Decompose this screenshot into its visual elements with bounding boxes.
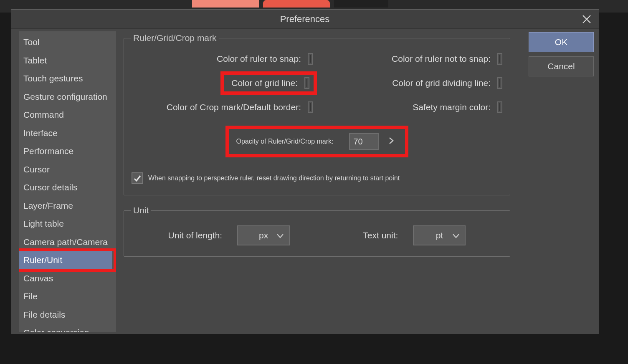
perspective-snap-checkbox[interactable] <box>132 172 143 184</box>
opacity-label: Opacity of Ruler/Grid/Crop mark: <box>236 138 334 145</box>
safety-label: Safety margin color: <box>413 102 491 112</box>
sidebar-item-tool[interactable]: Tool <box>19 33 116 51</box>
ruler-snap-label: Color of ruler to snap: <box>217 54 301 64</box>
safety-color-swatch[interactable] <box>497 101 502 113</box>
perspective-snap-label: When snapping to perspective ruler, rese… <box>148 174 400 182</box>
ruler-nosnap-color-swatch[interactable] <box>497 53 502 65</box>
ruler-nosnap-label: Color of ruler not to snap: <box>392 54 491 64</box>
highlight-annotation-sidebar: Ruler/Unit <box>19 248 116 272</box>
grid-div-color-swatch[interactable] <box>497 77 502 89</box>
background-shapes <box>192 0 392 8</box>
unit-length-field: Unit of length: px <box>168 225 290 245</box>
unit-length-select[interactable]: px <box>237 225 290 245</box>
crop-color-swatch[interactable] <box>308 101 313 113</box>
opacity-row: Opacity of Ruler/Grid/Crop mark: <box>132 126 502 157</box>
sidebar-item-touch-gestures[interactable]: Touch gestures <box>19 69 116 88</box>
highlight-annotation-grid-color: Color of grid line: <box>220 71 317 95</box>
sidebar-item-camera-path[interactable]: Camera path/Camera <box>19 233 116 251</box>
grid-line-label: Color of grid line: <box>231 78 298 88</box>
dialog-title: Preferences <box>280 14 330 25</box>
unit-length-label: Unit of length: <box>168 230 223 240</box>
sidebar-item-canvas[interactable]: Canvas <box>19 269 116 288</box>
sidebar-item-performance[interactable]: Performance <box>19 142 116 160</box>
sidebar-item-cursor[interactable]: Cursor <box>19 160 116 179</box>
ruler-grid-crop-group: Ruler/Grid/Crop mark Color of ruler to s… <box>124 33 510 195</box>
category-sidebar: Tool Tablet Touch gestures Gesture confi… <box>19 31 116 332</box>
text-unit-label: Text unit: <box>363 230 398 240</box>
sidebar-item-color-conversion[interactable]: Color conversion <box>19 324 116 332</box>
perspective-snap-row: When snapping to perspective ruler, rese… <box>132 172 502 184</box>
text-unit-field: Text unit: pt <box>363 225 466 245</box>
grid-div-field: Color of grid dividing line: <box>321 77 502 89</box>
close-icon[interactable] <box>582 15 591 24</box>
unit-group-legend: Unit <box>131 205 151 215</box>
main-panel: OK Cancel Ruler/Grid/Crop mark Color of … <box>116 29 599 334</box>
sidebar-item-light-table[interactable]: Light table <box>19 215 116 233</box>
sidebar-item-file[interactable]: File <box>19 287 116 306</box>
chevron-down-icon <box>276 230 284 240</box>
text-unit-value: pt <box>436 230 443 240</box>
crop-label: Color of Crop mark/Default border: <box>167 102 301 112</box>
opacity-stepper-icon[interactable] <box>388 136 394 147</box>
ruler-snap-color-swatch[interactable] <box>308 53 313 65</box>
highlight-annotation-opacity: Opacity of Ruler/Grid/Crop mark: <box>225 126 409 157</box>
sidebar-item-layer-frame[interactable]: Layer/Frame <box>19 197 116 215</box>
sidebar-item-file-details[interactable]: File details <box>19 306 116 324</box>
chevron-down-icon <box>452 230 460 240</box>
opacity-input[interactable] <box>349 133 379 150</box>
grid-div-label: Color of grid dividing line: <box>392 78 491 88</box>
sidebar-item-interface[interactable]: Interface <box>19 124 116 142</box>
safety-field: Safety margin color: <box>321 101 502 113</box>
sidebar-item-gesture-configuration[interactable]: Gesture configuration <box>19 88 116 106</box>
ruler-nosnap-field: Color of ruler not to snap: <box>321 53 502 65</box>
grid-line-color-swatch[interactable] <box>304 77 309 89</box>
ruler-group-legend: Ruler/Grid/Crop mark <box>131 33 219 43</box>
crop-field: Color of Crop mark/Default border: <box>132 101 313 113</box>
ok-button[interactable]: OK <box>529 32 594 52</box>
sidebar-item-command[interactable]: Command <box>19 106 116 124</box>
sidebar-item-ruler-unit[interactable]: Ruler/Unit <box>19 251 112 269</box>
sidebar-item-tablet[interactable]: Tablet <box>19 51 116 70</box>
preferences-dialog: Preferences Tool Tablet Touch gestures G… <box>11 9 599 334</box>
titlebar: Preferences <box>11 10 599 29</box>
unit-length-value: px <box>259 230 268 240</box>
text-unit-select[interactable]: pt <box>413 225 466 245</box>
ruler-snap-field: Color of ruler to snap: <box>132 53 313 65</box>
unit-group: Unit Unit of length: px Text unit: <box>124 205 510 257</box>
sidebar-item-cursor-details[interactable]: Cursor details <box>19 178 116 197</box>
cancel-button[interactable]: Cancel <box>529 56 594 76</box>
grid-line-field-wrap: Color of grid line: <box>132 77 313 89</box>
